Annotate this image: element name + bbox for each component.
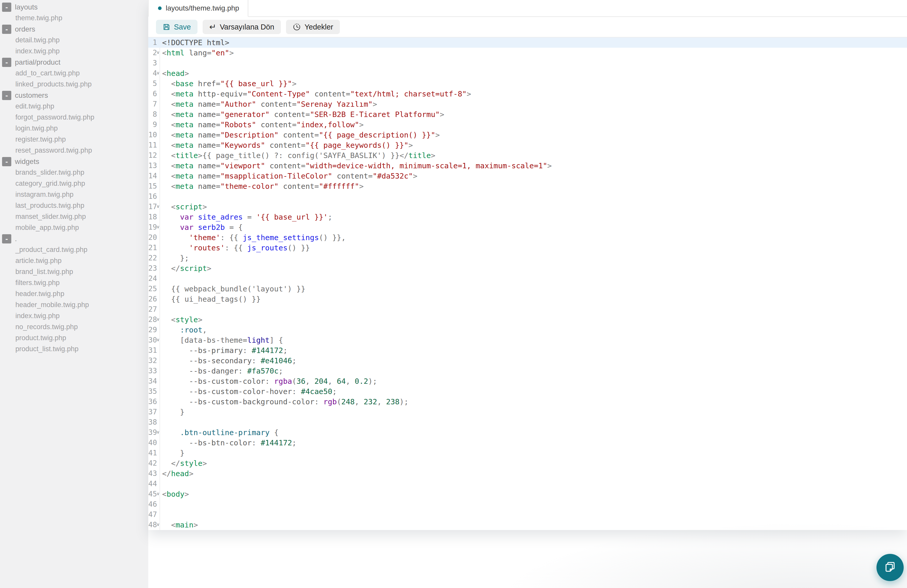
fold-toggle-icon[interactable]: ∨: [157, 71, 160, 75]
save-button[interactable]: Save: [156, 20, 197, 34]
code-editor[interactable]: 1<!DOCTYPE html>2∨<html lang="en">34∨<he…: [148, 37, 907, 530]
code-line[interactable]: 48∨ <main>: [148, 520, 907, 530]
collapse-minus-icon[interactable]: -: [2, 3, 11, 12]
collapse-minus-icon[interactable]: -: [2, 58, 11, 67]
collapse-minus-icon[interactable]: -: [2, 91, 11, 100]
sidebar-file-item[interactable]: product_list.twig.php: [0, 343, 148, 354]
collapse-minus-icon[interactable]: -: [2, 157, 11, 166]
code-line[interactable]: 40 --bs-btn-color: #144172;: [148, 437, 907, 448]
sidebar-folder-item[interactable]: -.: [0, 233, 148, 244]
sidebar-folder-item[interactable]: -layouts: [0, 2, 148, 13]
sidebar-file-item[interactable]: no_records.twig.php: [0, 322, 148, 332]
code-line[interactable]: 31 --bs-primary: #144172;: [148, 345, 907, 356]
code-line[interactable]: 23 </script>: [148, 263, 907, 274]
code-line[interactable]: 4∨<head>: [148, 68, 907, 79]
code-line[interactable]: 19∨ var serb2b = {: [148, 222, 907, 232]
code-line[interactable]: 7 <meta name="Author" content="Serenay Y…: [148, 99, 907, 109]
sidebar-file-item[interactable]: edit.twig.php: [0, 101, 148, 112]
code-line[interactable]: 22 };: [148, 253, 907, 263]
reset-default-button[interactable]: ↵ Varsayılana Dön: [203, 20, 281, 34]
code-line[interactable]: 27: [148, 304, 907, 314]
code-line[interactable]: 20 'theme': {{ js_theme_settings() }},: [148, 232, 907, 243]
sidebar-file-item[interactable]: _product_card.twig.php: [0, 244, 148, 255]
collapse-minus-icon[interactable]: -: [2, 234, 11, 244]
code-line[interactable]: 32 --bs-secondary: #e41046;: [148, 356, 907, 366]
fold-toggle-icon[interactable]: ∨: [157, 225, 160, 229]
sidebar-file-item[interactable]: article.twig.php: [0, 255, 148, 266]
fold-toggle-icon[interactable]: ∨: [157, 317, 160, 322]
sidebar-folder-item[interactable]: -orders: [0, 24, 148, 35]
code-line[interactable]: 24: [148, 274, 907, 284]
code-line[interactable]: 37 }: [148, 407, 907, 417]
sidebar-folder-item[interactable]: -partial/product: [0, 57, 148, 68]
code-line[interactable]: 1<!DOCTYPE html>: [148, 37, 907, 48]
code-line[interactable]: 18 var site_adres = '{{ base_url }}';: [148, 212, 907, 222]
code-line[interactable]: 13 <meta name="viewport" content="width=…: [148, 160, 907, 171]
code-line[interactable]: 17∨ <script>: [148, 202, 907, 212]
sidebar-file-item[interactable]: add_to_cart.twig.php: [0, 68, 148, 79]
fold-toggle-icon[interactable]: ∨: [157, 338, 160, 342]
sidebar-file-item[interactable]: brand_list.twig.php: [0, 266, 148, 277]
code-line[interactable]: 9 <meta name="Robots" content="index,fol…: [148, 120, 907, 130]
code-line[interactable]: 25 {{ webpack_bundle('layout') }}: [148, 284, 907, 294]
code-line[interactable]: 30∨ [data-bs-theme=light] {: [148, 335, 907, 345]
code-line[interactable]: 16: [148, 191, 907, 202]
code-line[interactable]: 38: [148, 417, 907, 428]
code-line[interactable]: 35 --bs-custom-color-hover: #4cae50;: [148, 386, 907, 397]
code-line[interactable]: 26 {{ ui_head_tags() }}: [148, 294, 907, 304]
sidebar-file-item[interactable]: header_mobile.twig.php: [0, 300, 148, 311]
code-line[interactable]: 29 :root,: [148, 325, 907, 335]
code-line[interactable]: 39∨ .btn-outline-primary {: [148, 428, 907, 437]
code-line[interactable]: 46: [148, 499, 907, 509]
code-line[interactable]: 36 --bs-custom-background-color: rgb(248…: [148, 397, 907, 407]
sidebar-file-item[interactable]: category_grid.twig.php: [0, 178, 148, 189]
sidebar-file-item[interactable]: register.twig.php: [0, 134, 148, 145]
sidebar-file-item[interactable]: index.twig.php: [0, 311, 148, 322]
code-line[interactable]: 28∨ <style>: [148, 314, 907, 325]
tab-layouts-theme[interactable]: layouts/theme.twig.php: [148, 0, 248, 17]
code-line[interactable]: 33 --bs-danger: #fa570c;: [148, 366, 907, 376]
code-line[interactable]: 43</head>: [148, 468, 907, 479]
code-line[interactable]: 45∨<body>: [148, 489, 907, 499]
fold-toggle-icon[interactable]: ∨: [157, 492, 160, 496]
code-line[interactable]: 8 <meta name="generator" content="SER-B2…: [148, 109, 907, 120]
sidebar-file-item[interactable]: manset_slider.twig.php: [0, 211, 148, 222]
sidebar-file-item[interactable]: linked_products.twig.php: [0, 79, 148, 90]
sidebar-file-item[interactable]: last_products.twig.php: [0, 200, 148, 211]
code-line[interactable]: 21 'routes': {{ js_routes() }}: [148, 243, 907, 253]
sidebar-file-item[interactable]: mobile_app.twig.php: [0, 222, 148, 233]
sidebar-file-item[interactable]: brands_slider.twig.php: [0, 167, 148, 178]
sidebar-file-item[interactable]: theme.twig.php: [0, 13, 148, 24]
code-line[interactable]: 14 <meta name="msapplication-TileColor" …: [148, 171, 907, 181]
code-line[interactable]: 42 </style>: [148, 458, 907, 468]
sidebar-file-item[interactable]: forgot_password.twig.php: [0, 112, 148, 123]
sidebar-file-item[interactable]: login.twig.php: [0, 123, 148, 134]
sidebar-file-item[interactable]: instagram.twig.php: [0, 189, 148, 200]
code-line[interactable]: 34 --bs-custom-color: rgba(36, 204, 64, …: [148, 376, 907, 386]
code-line[interactable]: 12 <title>{{ page_title() ?: config('SAY…: [148, 151, 907, 160]
code-line[interactable]: 2∨<html lang="en">: [148, 48, 907, 58]
sidebar-file-item[interactable]: filters.twig.php: [0, 277, 148, 288]
sidebar-file-item[interactable]: product.twig.php: [0, 332, 148, 343]
fold-toggle-icon[interactable]: ∨: [157, 522, 160, 527]
sidebar-file-item[interactable]: index.twig.php: [0, 46, 148, 57]
code-line[interactable]: 41 }: [148, 448, 907, 458]
sidebar-file-item[interactable]: reset_password.twig.php: [0, 145, 148, 156]
code-line[interactable]: 6 <meta http-equiv="Content-Type" conten…: [148, 89, 907, 99]
code-line[interactable]: 47: [148, 509, 907, 520]
code-line[interactable]: 15 <meta name="theme-color" content="#ff…: [148, 181, 907, 191]
sidebar-file-item[interactable]: header.twig.php: [0, 288, 148, 300]
code-line[interactable]: 44: [148, 479, 907, 489]
fold-toggle-icon[interactable]: ∨: [157, 204, 160, 208]
sidebar-folder-item[interactable]: -customers: [0, 90, 148, 101]
code-line[interactable]: 10 <meta name="Description" content="{{ …: [148, 130, 907, 140]
code-line[interactable]: 3: [148, 58, 907, 68]
collapse-minus-icon[interactable]: -: [2, 25, 11, 34]
sidebar-folder-item[interactable]: -widgets: [0, 156, 148, 167]
fold-toggle-icon[interactable]: ∨: [157, 430, 160, 434]
fold-toggle-icon[interactable]: ∨: [157, 50, 160, 54]
code-line[interactable]: 11 <meta name="Keywords" content="{{ pag…: [148, 140, 907, 151]
backups-button[interactable]: Yedekler: [286, 20, 340, 34]
floating-pages-button[interactable]: [877, 554, 904, 581]
code-line[interactable]: 5 <base href="{{ base_url }}">: [148, 79, 907, 89]
